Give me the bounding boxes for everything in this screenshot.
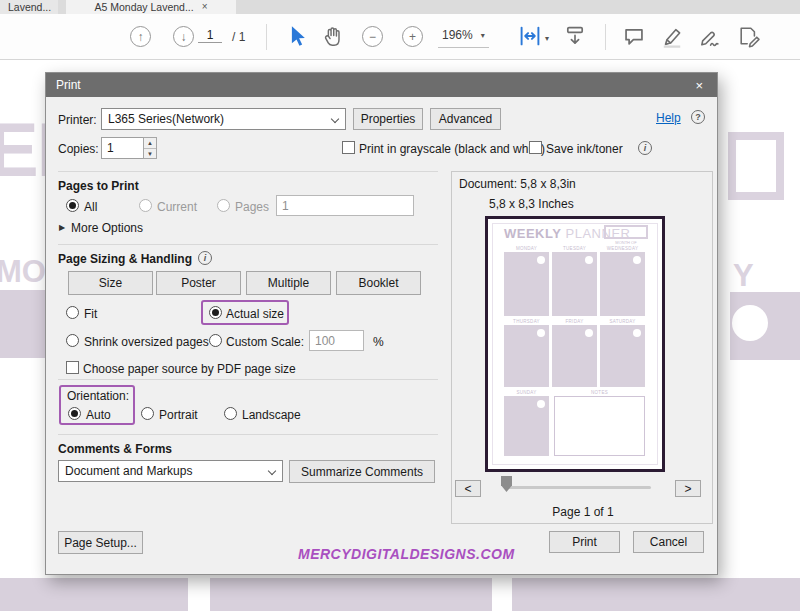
preview-panel: Document: 5,8 x 8,3in 5,8 x 8,3 Inches W… [451,171,713,524]
next-page-icon[interactable]: ↓ [173,26,194,47]
help-icon[interactable]: ? [691,110,705,124]
select-tool-icon[interactable] [288,25,308,47]
planner-month-box [604,225,648,239]
properties-button[interactable]: Properties [353,108,423,130]
shrink-radio[interactable] [66,334,79,347]
poster-button[interactable]: Poster [156,271,241,295]
landscape-radio[interactable] [224,407,237,420]
custom-scale-label: Custom Scale: [226,335,304,349]
zoom-in-icon[interactable]: + [402,26,423,47]
advanced-button[interactable]: Advanced [430,108,501,130]
stepper-down-icon[interactable]: ▼ [144,148,156,158]
planner-day-label: THURSDAY [504,319,549,324]
hole-dot [537,256,545,264]
page-count-status: Page 1 of 1 [452,505,714,519]
tab-lavend[interactable]: Lavend... [0,0,58,14]
main-toolbar: ↑ ↓ 1 / 1 − + 196% ▾ ▾ [0,14,800,60]
planner-notes-box [554,396,645,456]
edit-pdf-icon[interactable] [736,24,762,48]
print-dialog: Print × Printer: L365 Series(Network) Pr… [45,72,718,575]
comment-icon[interactable] [622,25,646,47]
tab-close-icon[interactable]: × [202,0,208,14]
hand-tool-icon[interactable] [322,25,344,47]
portrait-radio[interactable] [141,407,154,420]
zoom-level-value: 196% [442,28,473,42]
background-doc-letter-right: Y [733,260,754,291]
help-link[interactable]: Help [656,111,681,125]
previous-page-icon[interactable]: ↑ [130,26,151,47]
actual-size-radio[interactable] [209,306,222,319]
tab-a5-monday-lavend[interactable]: A5 Monday Lavend... × [66,0,236,14]
landscape-label: Landscape [242,408,301,422]
paper-source-checkbox[interactable] [66,361,79,374]
hole-dot [633,256,641,264]
comments-forms-select[interactable]: Document and Markups [58,460,283,482]
printer-label: Printer: [58,113,97,127]
zoom-out-icon[interactable]: − [362,26,383,47]
page-number-input[interactable]: 1 [198,28,222,43]
all-radio[interactable] [66,199,79,212]
printer-select[interactable]: L365 Series(Network) [101,108,346,130]
size-button[interactable]: Size [68,271,153,295]
stepper-up-icon[interactable]: ▲ [144,138,156,148]
orientation-heading: Orientation: [67,389,129,403]
cancel-button[interactable]: Cancel [633,531,704,553]
fill-sign-icon[interactable] [698,25,722,47]
background-day-box-bottom [512,578,800,611]
pages-range-input[interactable]: 1 [276,195,414,216]
comments-forms-heading: Comments & Forms [58,442,172,456]
auto-radio[interactable] [68,407,81,420]
preview-slider-track[interactable] [504,486,651,489]
planner-day-label: SATURDAY [600,319,645,324]
fit-radio[interactable] [66,306,79,319]
fit-width-icon[interactable] [518,24,542,48]
document-size-label: Document: 5,8 x 8,3in [459,177,576,191]
save-ink-checkbox[interactable] [529,141,542,154]
preview-slider-handle[interactable] [501,476,512,492]
highlighter-icon[interactable] [660,24,684,48]
summarize-comments-button[interactable]: Summarize Comments [289,460,435,483]
info-icon[interactable]: i [638,141,652,155]
booklet-button[interactable]: Booklet [336,271,421,295]
custom-scale-radio[interactable] [209,334,222,347]
page-setup-button[interactable]: Page Setup... [58,531,143,554]
separator [58,379,438,380]
planner-day-box [552,325,597,387]
current-radio[interactable] [139,199,152,212]
info-icon[interactable]: i [198,251,212,265]
planner-day-label: TUESDAY [552,246,597,251]
fit-label: Fit [84,307,97,321]
expander-icon[interactable]: ▶ [59,223,65,232]
scrolling-mode-icon[interactable] [563,24,587,48]
percent-label: % [373,335,384,349]
chevron-down-icon[interactable]: ▾ [545,34,549,43]
copies-input[interactable]: 1 [101,137,144,159]
separator [58,244,438,245]
paper-source-label: Choose paper source by PDF page size [83,362,296,376]
grayscale-label: Print in grayscale (black and white) [359,142,545,156]
print-button[interactable]: Print [549,531,620,553]
previous-preview-button[interactable]: < [455,480,481,497]
save-ink-label: Save ink/toner [546,142,623,156]
pages-radio[interactable] [217,199,230,212]
toolbar-divider [266,24,267,50]
copies-stepper[interactable]: ▲ ▼ [143,137,157,159]
tab-label: A5 Monday Lavend... [94,0,193,14]
planner-notes-label: NOTES [554,390,645,395]
background-day-box-right [730,292,800,360]
planner-day-box [504,252,549,316]
custom-scale-input[interactable]: 100 [309,330,364,351]
grayscale-checkbox[interactable] [342,141,355,154]
background-month-box [728,132,784,200]
planner-day-label: MONDAY [504,246,549,251]
hole-dot [585,329,593,337]
multiple-button[interactable]: Multiple [246,271,331,295]
more-options-link[interactable]: More Options [71,221,143,235]
zoom-level-dropdown[interactable]: 196% ▾ [438,28,489,48]
next-preview-button[interactable]: > [675,480,701,497]
dialog-close-icon[interactable]: × [691,78,707,93]
planner-day-box [504,396,549,456]
planner-day-label: SUNDAY [504,390,549,395]
page-sizing-heading: Page Sizing & Handling [58,252,192,266]
hole-dot [537,329,545,337]
